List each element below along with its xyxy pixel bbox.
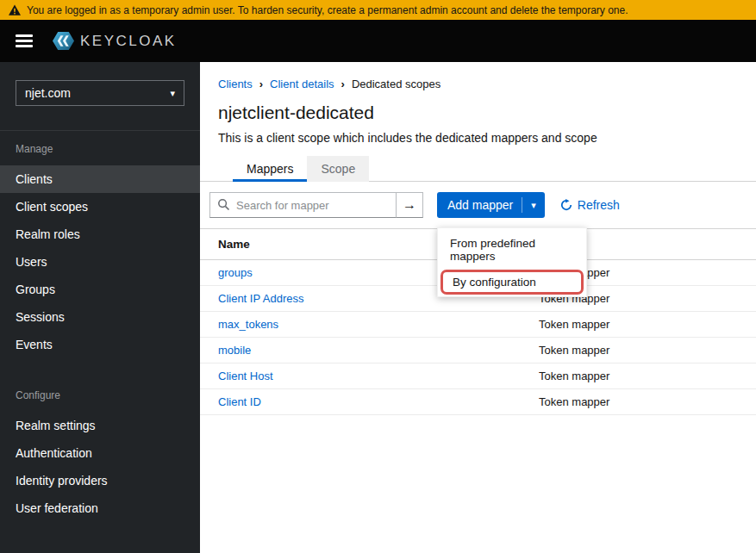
menu-icon[interactable]: [16, 34, 33, 47]
keycloak-logo-icon: [53, 30, 74, 52]
table-row: mobile Token mapper: [200, 338, 756, 363]
warning-banner: You are logged in as a temporary admin u…: [0, 0, 756, 20]
table-row: Client Host Token mapper: [200, 363, 756, 389]
button-divider: [522, 197, 522, 213]
keycloak-logo[interactable]: KEYCLOAK: [53, 30, 177, 52]
add-mapper-label: Add mapper: [447, 198, 513, 212]
warning-banner-text: You are logged in as a temporary admin u…: [27, 4, 628, 16]
sidebar-item-realm-roles[interactable]: Realm roles: [0, 221, 200, 248]
add-mapper-button[interactable]: Add mapper ▾: [437, 192, 545, 218]
mapper-type: Token mapper: [539, 395, 609, 408]
sidebar-item-events[interactable]: Events: [0, 331, 200, 358]
breadcrumb-separator-icon: ›: [259, 78, 263, 90]
search-group: →: [209, 192, 423, 218]
breadcrumb-clients[interactable]: Clients: [218, 78, 253, 90]
arrow-right-icon: →: [403, 197, 416, 213]
chevron-down-icon: ▾: [531, 200, 536, 211]
page-title: njetclient-dedicated: [218, 103, 756, 123]
breadcrumb-separator-icon: ›: [341, 78, 345, 90]
menu-item-by-configuration[interactable]: By configuration: [440, 270, 584, 295]
sidebar-item-identity-providers[interactable]: Identity providers: [0, 467, 200, 494]
breadcrumb: Clients › Client details › Dedicated sco…: [200, 62, 756, 90]
table-row: Client ID Token mapper: [200, 389, 756, 415]
search-input[interactable]: [209, 192, 397, 218]
breadcrumb-current: Dedicated scopes: [352, 78, 440, 90]
page-subtitle: This is a client scope which includes th…: [218, 131, 756, 145]
menu-item-from-predefined-mappers[interactable]: From predefined mappers: [438, 230, 586, 270]
masthead: KEYCLOAK: [0, 20, 756, 62]
realm-selector[interactable]: njet.com ▾: [16, 80, 184, 106]
mapper-link[interactable]: Client ID: [218, 395, 261, 408]
add-mapper-dropdown-menu: From predefined mappers By configuration: [437, 227, 587, 297]
realm-selector-value: njet.com: [25, 86, 71, 100]
sidebar-divider: [0, 130, 200, 131]
mapper-link[interactable]: mobile: [218, 344, 251, 357]
table-row: max_tokens Token mapper: [200, 312, 756, 338]
search-icon: [217, 198, 230, 211]
sidebar-item-realm-settings[interactable]: Realm settings: [0, 412, 200, 439]
mapper-link[interactable]: Client IP Address: [218, 292, 303, 305]
chevron-down-icon: ▾: [170, 88, 175, 99]
warning-icon: [9, 4, 21, 16]
mapper-type: Token mapper: [539, 318, 609, 331]
sidebar-item-user-federation[interactable]: User federation: [0, 494, 200, 522]
mapper-link[interactable]: groups: [218, 266, 253, 279]
sidebar-item-sessions[interactable]: Sessions: [0, 303, 200, 331]
sidebar-item-client-scopes[interactable]: Client scopes: [0, 193, 200, 221]
sidebar-item-authentication[interactable]: Authentication: [0, 439, 200, 467]
tab-mappers[interactable]: Mappers: [233, 156, 307, 182]
sidebar: njet.com ▾ Manage Clients Client scopes …: [0, 62, 200, 553]
toolbar: → Add mapper ▾ Refresh: [200, 182, 756, 229]
nav-section-configure: Configure: [16, 389, 200, 401]
search-submit-button[interactable]: →: [396, 192, 423, 218]
tabs: Mappers Scope: [200, 156, 756, 182]
mapper-type: Token mapper: [539, 370, 609, 382]
refresh-icon: [560, 199, 572, 211]
mapper-link[interactable]: max_tokens: [218, 318, 278, 331]
mapper-link[interactable]: Client Host: [218, 370, 273, 382]
sidebar-item-groups[interactable]: Groups: [0, 276, 200, 303]
nav-section-manage: Manage: [16, 143, 200, 155]
tab-scope[interactable]: Scope: [307, 156, 369, 182]
main-content: Clients › Client details › Dedicated sco…: [200, 62, 756, 553]
mapper-type: Token mapper: [539, 344, 609, 357]
sidebar-item-users[interactable]: Users: [0, 248, 200, 276]
brand-text: KEYCLOAK: [80, 33, 177, 50]
refresh-label: Refresh: [578, 198, 620, 212]
sidebar-item-clients[interactable]: Clients: [0, 165, 200, 193]
breadcrumb-client-details[interactable]: Client details: [270, 78, 334, 90]
refresh-button[interactable]: Refresh: [560, 198, 620, 212]
